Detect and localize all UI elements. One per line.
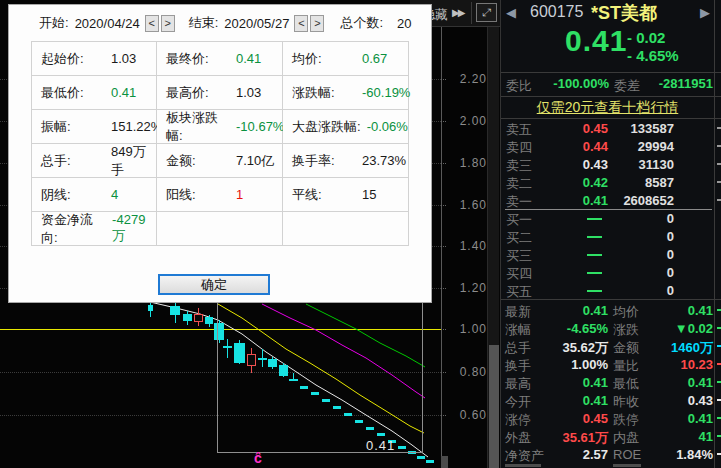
- stat-row: 总手35.62万金额1460万: [501, 337, 721, 355]
- separator: [501, 299, 721, 300]
- count-value: 20: [397, 16, 411, 31]
- no-bid-dash: [587, 218, 602, 220]
- stat-value: 0.41: [541, 393, 608, 408]
- queue-price: 0.42: [540, 175, 608, 190]
- stat-value: 0.45: [541, 411, 608, 426]
- stats-block: 最新0.41均价0.41涨幅-4.65%涨跌▼0.02总手35.62万金额146…: [501, 301, 721, 463]
- stat-cell-label: 起始价:: [41, 50, 105, 68]
- stat-cell: [283, 212, 409, 246]
- queue-price: 0.45: [540, 121, 608, 136]
- stat-row: 净资产2.57ROE1.84%: [501, 445, 721, 463]
- stat-cell: 阴线:4: [32, 178, 157, 212]
- queue-row[interactable]: 卖四0.4429994: [501, 137, 721, 155]
- start-date-next-button[interactable]: >: [161, 15, 175, 32]
- no-bid-dash: [587, 254, 602, 256]
- stat-row: 涨幅-4.65%涨跌▼0.02: [501, 319, 721, 337]
- queue-row[interactable]: 卖三0.4331130: [501, 155, 721, 173]
- start-date-prev-button[interactable]: <: [145, 15, 159, 32]
- queue-row[interactable]: 卖二0.428587: [501, 173, 721, 191]
- weibi-row: 委比 -100.00% 委差 -2811951: [501, 73, 721, 97]
- stat-cell: 换手率:23.73%: [283, 144, 409, 178]
- end-date-next-button[interactable]: >: [310, 15, 324, 32]
- queue-price: 0.44: [540, 139, 608, 154]
- stat-row: 最高0.41最低0.41: [501, 373, 721, 391]
- axis-tick-label: 1.40: [447, 239, 487, 253]
- stat-cell: [157, 212, 283, 246]
- count-label: 总个数:: [340, 14, 383, 32]
- queue-row[interactable]: 买一0: [501, 209, 721, 227]
- candle: [183, 314, 192, 321]
- stat-cell: 资金净流向:-4279万: [32, 212, 157, 246]
- stat-label: 净资产: [505, 447, 544, 465]
- no-bid-dash: [587, 272, 602, 274]
- queue-row[interactable]: 卖一0.412608652: [501, 191, 721, 209]
- stat-cell-value: 1.03: [236, 85, 261, 100]
- axis-tick-label: 0.60: [447, 408, 487, 422]
- axis-tick: [441, 205, 446, 206]
- stat-value: 0.41: [641, 303, 713, 318]
- axis-tick-label: 2.00: [447, 114, 487, 128]
- stat-value: 0.41: [541, 303, 608, 318]
- stat-row: 今开0.41昨收0.43: [501, 391, 721, 409]
- stat-cell-value: 1.03: [111, 51, 136, 66]
- level2-promo-link[interactable]: 仅需20元查看十档行情: [501, 97, 714, 118]
- app-root: 0.41 ĉ 2.202.001.801.601.401.201.000.800…: [0, 0, 721, 468]
- end-date-prev-button[interactable]: <: [294, 15, 308, 32]
- stat-cell-value: 7.10亿: [236, 152, 274, 170]
- edge-sliver: [717, 399, 721, 401]
- expand-icon[interactable]: ⤢: [476, 3, 497, 22]
- end-date-value: 2020/05/27: [224, 16, 289, 31]
- chart-marker-c: ĉ: [254, 450, 262, 466]
- candle: [148, 305, 153, 311]
- queue-volume: 0: [608, 247, 674, 262]
- one-price-dash: [426, 460, 434, 463]
- queue-row[interactable]: 买四0: [501, 263, 721, 281]
- no-bid-dash: [587, 236, 602, 238]
- plot-right-border: [441, 27, 442, 468]
- next-stock-arrow[interactable]: ▶: [700, 5, 710, 20]
- stat-cell: 阳线:1: [157, 178, 283, 212]
- axis-tick-label: 2.20: [447, 72, 487, 86]
- queue-volume: 29994: [608, 139, 674, 154]
- queue-row[interactable]: 买五0: [501, 281, 721, 299]
- stat-cell-value: 151.22%: [111, 119, 162, 134]
- stat-cell-label: 阴线:: [41, 186, 105, 204]
- queue-row[interactable]: 卖五0.45133587: [501, 119, 721, 137]
- stat-value: 2.57: [541, 447, 608, 462]
- stat-row: 换手1.00%量比10.23: [501, 355, 721, 373]
- stat-value: 10.23: [641, 357, 713, 372]
- queue-volume: 0: [608, 229, 674, 244]
- edge-sliver: [717, 327, 721, 329]
- axis-tick-label: 1.80: [447, 156, 487, 170]
- chart-scrollbar[interactable]: [487, 27, 499, 468]
- panel-edge-divider: [714, 0, 715, 468]
- stat-cell-value: -10.67%: [236, 119, 284, 134]
- stat-value: 0.41: [641, 411, 713, 426]
- date-range-row: 开始: 2020/04/24 < > 结束: 2020/05/27 < > 总个…: [39, 14, 417, 32]
- price-change: - 0.02: [627, 29, 665, 46]
- scrollbar-thumb[interactable]: [489, 345, 499, 468]
- weibi-value: -100.00%: [541, 76, 609, 91]
- stat-cell: 最低价:0.41: [32, 76, 157, 110]
- axis-tick-label: 0.80: [447, 365, 487, 379]
- ok-button[interactable]: 确定: [158, 274, 270, 295]
- edge-sliver: [717, 417, 721, 419]
- hide-arrows-icon[interactable]: ▶▶: [452, 7, 463, 18]
- stat-cell: 最高价:1.03: [157, 76, 283, 110]
- clipped-row-fragment: [613, 464, 641, 467]
- weicha-value: -2811951: [647, 76, 713, 91]
- queue-volume: 133587: [608, 121, 674, 136]
- stat-row: 外盘35.61万内盘41: [501, 427, 721, 445]
- stat-cell-label: 总手:: [41, 152, 105, 170]
- stat-cell-label: 大盘涨跌幅:: [292, 118, 361, 136]
- queue-row[interactable]: 买二0: [501, 227, 721, 245]
- statistics-table: 起始价:1.03最终价:0.41均价:0.67最低价:0.41最高价:1.03涨…: [31, 41, 409, 246]
- stock-code: 600175: [530, 3, 583, 21]
- stat-cell: 板块涨跌幅:-10.67%: [157, 110, 283, 144]
- stat-cell: 振幅:151.22%: [32, 110, 157, 144]
- queue-price: 0.41: [540, 193, 608, 208]
- stat-cell-value: 0.67: [362, 51, 387, 66]
- prev-stock-arrow[interactable]: ◀: [506, 5, 516, 20]
- queue-row[interactable]: 买三0: [501, 245, 721, 263]
- stat-cell: 金额:7.10亿: [157, 144, 283, 178]
